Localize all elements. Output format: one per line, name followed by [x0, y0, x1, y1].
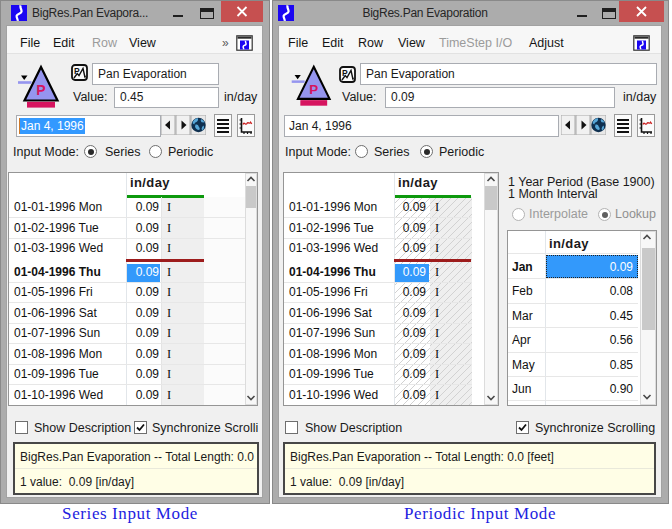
svg-text:P: P	[36, 82, 45, 98]
svg-text:P: P	[309, 82, 318, 97]
